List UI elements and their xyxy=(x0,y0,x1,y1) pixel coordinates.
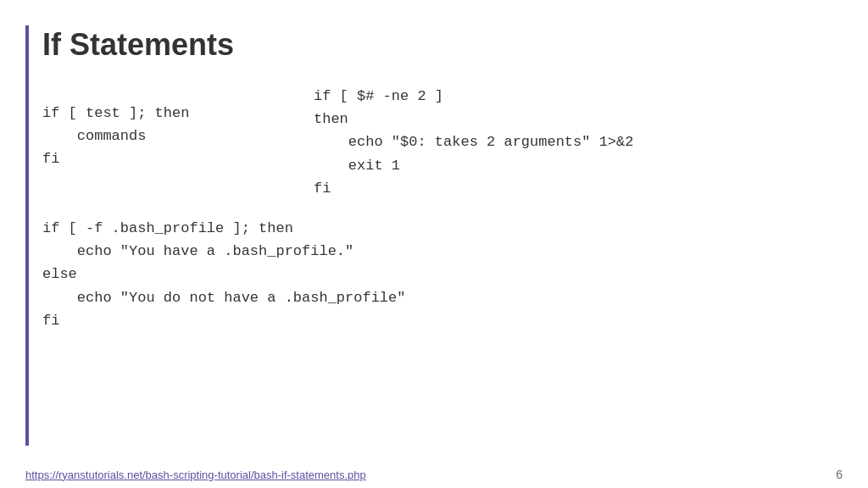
slide: If Statements if [ test ]; then commands… xyxy=(0,0,868,488)
content-area: if [ test ]; then commands fi if [ -f .b… xyxy=(0,76,868,446)
page-number: 6 xyxy=(836,468,843,481)
right-column: if [ $# -ne 2 ] then echo "$0: takes 2 a… xyxy=(305,76,868,446)
slide-title: If Statements xyxy=(42,27,234,63)
left-code-block: if [ test ]; then commands fi if [ -f .b… xyxy=(42,102,305,332)
footer-link[interactable]: https://ryanstutorials.net/bash-scriptin… xyxy=(25,469,366,481)
footer: https://ryanstutorials.net/bash-scriptin… xyxy=(25,468,843,481)
left-column: if [ test ]; then commands fi if [ -f .b… xyxy=(0,76,305,446)
right-code-block: if [ $# -ne 2 ] then echo "$0: takes 2 a… xyxy=(314,85,868,200)
